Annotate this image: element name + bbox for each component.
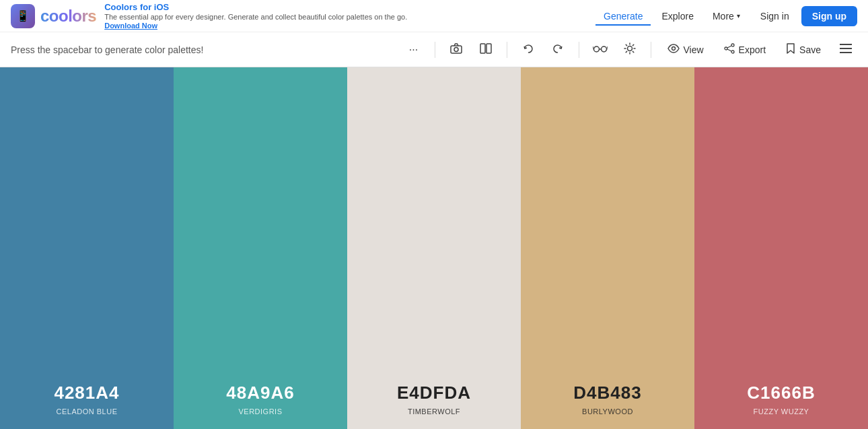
export-label: Export [739, 44, 766, 55]
color-name-1: Verdigris [238, 407, 282, 416]
nav-more-label: More [713, 11, 734, 22]
svg-rect-3 [486, 44, 491, 53]
sign-in-button[interactable]: Sign in [751, 6, 799, 26]
toolbar-divider-3 [579, 42, 579, 58]
promo-title: Coolors for iOS [104, 2, 407, 12]
camera-button[interactable] [445, 38, 468, 61]
svg-line-11 [626, 44, 626, 45]
color-hex-2: E4DFDA [397, 383, 471, 403]
svg-line-12 [632, 51, 633, 52]
svg-line-20 [727, 49, 731, 51]
view-button[interactable]: View [661, 40, 711, 59]
layout-button[interactable] [474, 38, 497, 61]
save-label: Save [799, 44, 821, 55]
svg-rect-2 [480, 44, 485, 53]
toolbar-divider-1 [435, 42, 435, 58]
color-hex-1: 48A9A6 [226, 383, 294, 403]
share-icon [724, 43, 735, 56]
toolbar-divider-4 [651, 42, 651, 58]
undo-icon [523, 43, 534, 57]
color-hex-4: C1666B [747, 383, 815, 403]
redo-icon [552, 43, 563, 57]
nav-more[interactable]: More ▾ [704, 7, 748, 26]
svg-rect-0 [451, 46, 462, 53]
svg-point-18 [731, 51, 734, 53]
color-name-2: Timberwolf [408, 407, 460, 416]
sign-up-button[interactable]: Sign up [801, 6, 857, 26]
more-options-button[interactable]: ··· [402, 38, 425, 61]
top-navigation: 📱 coolors Coolors for iOS The essential … [0, 0, 868, 32]
bookmark-icon [786, 43, 795, 56]
svg-line-19 [727, 46, 731, 48]
spacebar-hint: Press the spacebar to generate color pal… [11, 44, 396, 55]
svg-point-1 [454, 47, 458, 51]
export-button[interactable]: Export [717, 39, 772, 60]
promo-download-link[interactable]: Download Now [104, 22, 407, 30]
color-swatch-4[interactable]: C1666BFuzzy Wuzzy [694, 67, 868, 429]
promo-text-block: Coolors for iOS The essential app for ev… [104, 2, 407, 30]
svg-point-5 [601, 46, 606, 52]
hamburger-menu-button[interactable] [834, 38, 857, 61]
color-hex-0: 4281A4 [54, 383, 119, 403]
toolbar-divider-2 [507, 42, 507, 58]
brightness-button[interactable] [618, 38, 641, 61]
color-swatch-3[interactable]: D4B483Burlywood [521, 67, 694, 429]
toolbar: Press the spacebar to generate color pal… [0, 32, 868, 67]
nav-links: Generate Explore More ▾ Sign in Sign up [595, 6, 857, 26]
eye-icon [667, 44, 680, 55]
color-hex-3: D4B483 [573, 383, 641, 403]
ellipsis-icon: ··· [409, 44, 418, 56]
svg-line-14 [626, 51, 626, 52]
svg-point-4 [593, 46, 599, 52]
color-swatch-1[interactable]: 48A9A6Verdigris [174, 67, 347, 429]
svg-point-15 [672, 47, 675, 51]
logo-area[interactable]: 📱 coolors [11, 4, 96, 28]
svg-point-16 [731, 44, 734, 46]
nav-generate[interactable]: Generate [595, 7, 651, 26]
glasses-icon [593, 44, 608, 56]
chevron-down-icon: ▾ [737, 12, 740, 20]
svg-point-17 [725, 47, 727, 50]
save-button[interactable]: Save [779, 39, 828, 60]
view-label: View [684, 44, 704, 55]
camera-icon [450, 43, 462, 57]
color-swatch-0[interactable]: 4281A4Celadon Blue [0, 67, 174, 429]
hamburger-icon [840, 44, 852, 56]
color-swatch-2[interactable]: E4DFDATimberwolf [347, 67, 521, 429]
nav-explore[interactable]: Explore [653, 7, 701, 26]
color-name-4: Fuzzy Wuzzy [754, 407, 809, 416]
svg-line-13 [632, 44, 633, 45]
color-palette: 4281A4Celadon Blue48A9A6VerdigrisE4DFDAT… [0, 67, 868, 429]
layout-icon [480, 43, 492, 57]
undo-button[interactable] [517, 38, 540, 61]
logo-text[interactable]: coolors [40, 7, 96, 26]
color-name-0: Celadon Blue [57, 407, 118, 416]
promo-area: Coolors for iOS The essential app for ev… [104, 2, 587, 30]
redo-button[interactable] [546, 38, 569, 61]
colorblind-button[interactable] [589, 38, 612, 61]
promo-description: The essential app for every designer. Ge… [104, 12, 407, 22]
color-name-3: Burlywood [582, 407, 633, 416]
svg-point-6 [627, 46, 632, 51]
ios-app-icon: 📱 [11, 4, 35, 28]
brightness-icon [624, 42, 636, 57]
